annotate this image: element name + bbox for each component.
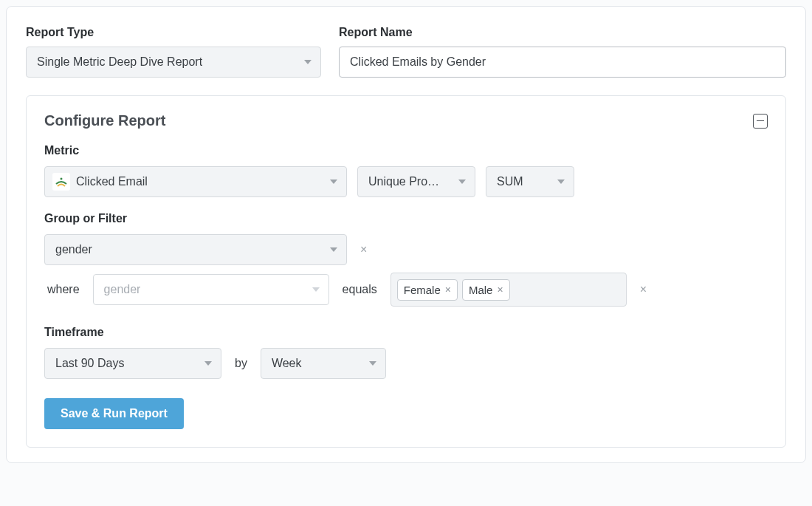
equals-label: equals <box>340 283 380 296</box>
interval-value: Week <box>272 357 302 370</box>
chevron-down-icon <box>304 60 312 64</box>
config-header: Configure Report <box>44 112 768 129</box>
chevron-down-icon <box>204 361 212 366</box>
svg-point-0 <box>61 178 63 180</box>
save-run-button[interactable]: Save & Run Report <box>44 398 184 429</box>
group-value: gender <box>55 243 92 256</box>
aggregation-select[interactable]: SUM <box>486 166 574 197</box>
filter-values-input[interactable]: Female × Male × <box>390 273 627 307</box>
top-row: Report Type Single Metric Deep Dive Repo… <box>26 26 786 78</box>
filter-tag-male: Male × <box>462 279 510 301</box>
filter-tag-female: Female × <box>397 279 458 301</box>
remove-tag-button[interactable]: × <box>445 284 451 295</box>
where-field-placeholder: gender <box>104 283 141 296</box>
group-select[interactable]: gender <box>44 234 347 265</box>
timeframe-select[interactable]: Last 90 Days <box>44 348 221 379</box>
where-row: where gender equals Female × Male × × <box>44 273 768 307</box>
timeframe-label: Timeframe <box>44 326 768 339</box>
report-type-field: Report Type Single Metric Deep Dive Repo… <box>26 26 321 78</box>
group-row: gender × <box>44 234 768 265</box>
tag-label: Female <box>404 284 441 296</box>
minus-icon <box>757 120 764 122</box>
timeframe-value: Last 90 Days <box>55 357 124 370</box>
tag-label: Male <box>469 284 493 296</box>
chevron-down-icon <box>330 247 337 252</box>
metric-select[interactable]: Clicked Email <box>44 166 347 197</box>
chevron-down-icon <box>330 180 337 184</box>
configure-report-title: Configure Report <box>44 112 165 129</box>
chevron-down-icon <box>312 287 320 292</box>
measure-select[interactable]: Unique Pro… <box>357 166 475 197</box>
collapse-button[interactable] <box>753 114 768 129</box>
metric-value: Clicked Email <box>76 175 148 188</box>
metric-label: Metric <box>44 144 768 157</box>
report-type-value: Single Metric Deep Dive Report <box>37 55 202 69</box>
interval-select[interactable]: Week <box>261 348 386 379</box>
configure-report-panel: Configure Report Metric Clicked Email <box>26 95 786 448</box>
chevron-down-icon <box>557 180 565 184</box>
report-name-input[interactable] <box>339 47 786 78</box>
report-name-field: Report Name <box>339 26 786 78</box>
remove-filter-button[interactable]: × <box>637 281 650 298</box>
metric-app-icon <box>52 173 70 191</box>
where-label: where <box>44 283 83 296</box>
measure-value: Unique Pro… <box>368 175 439 188</box>
group-filter-label: Group or Filter <box>44 212 768 225</box>
aggregation-value: SUM <box>497 175 523 188</box>
chevron-down-icon <box>369 361 376 366</box>
remove-tag-button[interactable]: × <box>497 284 503 295</box>
report-type-label: Report Type <box>26 26 321 39</box>
report-type-select[interactable]: Single Metric Deep Dive Report <box>26 47 321 78</box>
timeframe-row: Last 90 Days by Week <box>44 348 768 379</box>
report-name-label: Report Name <box>339 26 786 39</box>
chevron-down-icon <box>458 180 466 184</box>
metric-row: Clicked Email Unique Pro… SUM <box>44 166 768 197</box>
where-field-select[interactable]: gender <box>93 274 329 305</box>
remove-group-button[interactable]: × <box>357 241 370 259</box>
by-label: by <box>232 357 250 370</box>
report-builder-card: Report Type Single Metric Deep Dive Repo… <box>6 6 806 463</box>
